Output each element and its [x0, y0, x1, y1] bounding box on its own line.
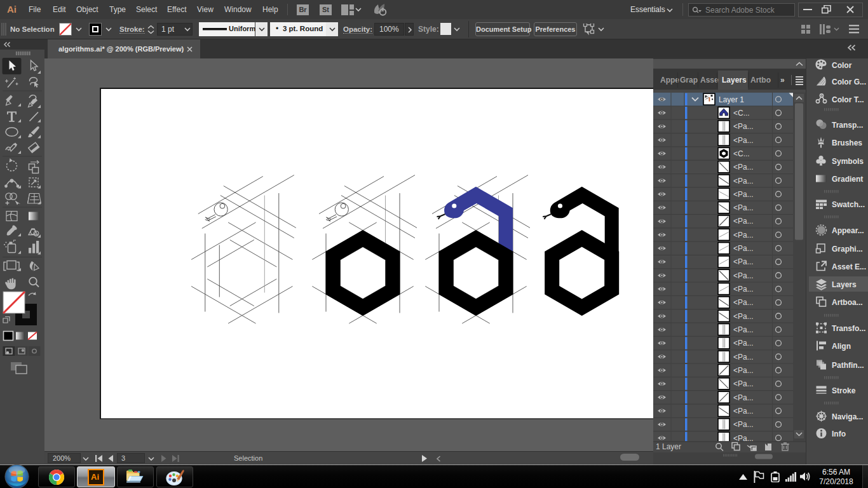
- svg-text:<Pa...: <Pa...: [733, 257, 754, 266]
- svg-text:<Pa...: <Pa...: [733, 217, 754, 226]
- svg-text:Gradient: Gradient: [832, 175, 863, 184]
- svg-text:<Pa...: <Pa...: [733, 325, 754, 334]
- svg-text:Artbo: Artbo: [750, 76, 771, 85]
- svg-text:Color T...: Color T...: [832, 95, 864, 104]
- svg-text:Appe: Appe: [660, 76, 679, 85]
- svg-text:<Pa...: <Pa...: [733, 177, 754, 186]
- svg-text:Appear...: Appear...: [832, 226, 864, 235]
- svg-text:Stroke: Stroke: [832, 386, 856, 395]
- svg-text:Transp...: Transp...: [832, 121, 863, 130]
- svg-text:<Pa...: <Pa...: [733, 271, 754, 280]
- svg-text:<Pa...: <Pa...: [733, 163, 754, 172]
- svg-text:Layers: Layers: [832, 280, 857, 289]
- svg-text:Asset E...: Asset E...: [832, 262, 866, 271]
- svg-text:<C...: <C...: [733, 109, 750, 118]
- svg-text:<Pa...: <Pa...: [733, 366, 754, 375]
- svg-text:Graphi...: Graphi...: [832, 245, 863, 254]
- svg-text:<Pa...: <Pa...: [733, 298, 754, 307]
- svg-text:Swatch...: Swatch...: [832, 200, 865, 209]
- svg-text:Layer 1: Layer 1: [719, 95, 744, 104]
- svg-text:»: »: [780, 76, 785, 85]
- svg-text:<Pa...: <Pa...: [733, 407, 754, 416]
- svg-text:Color: Color: [832, 61, 852, 70]
- svg-text:<Pa...: <Pa...: [733, 122, 754, 131]
- svg-text:<Pa...: <Pa...: [733, 379, 754, 388]
- svg-text:Artboa...: Artboa...: [832, 298, 863, 307]
- svg-text:<Pa...: <Pa...: [733, 244, 754, 253]
- svg-text:<Pa...: <Pa...: [733, 353, 754, 362]
- svg-text:Naviga...: Naviga...: [832, 412, 863, 421]
- svg-text:Brushes: Brushes: [832, 139, 862, 147]
- svg-text:<Pa...: <Pa...: [733, 190, 754, 199]
- svg-text:Layers: Layers: [722, 76, 747, 85]
- svg-text:Asse: Asse: [700, 76, 719, 85]
- svg-text:Color G...: Color G...: [832, 78, 866, 86]
- svg-text:<Pa...: <Pa...: [733, 312, 754, 321]
- svg-text:Transfo...: Transfo...: [832, 324, 865, 333]
- svg-text:Align: Align: [832, 342, 851, 351]
- svg-text:Grap: Grap: [680, 76, 698, 85]
- svg-text:<Pa...: <Pa...: [733, 420, 754, 429]
- svg-text:Info: Info: [832, 430, 846, 438]
- svg-text:1 Layer: 1 Layer: [656, 442, 681, 451]
- svg-text:<Pa...: <Pa...: [733, 285, 754, 294]
- svg-text:<Pa...: <Pa...: [733, 339, 754, 348]
- svg-text:<Pa...: <Pa...: [733, 393, 754, 402]
- svg-text:<C...: <C...: [733, 149, 750, 158]
- svg-text:<Pa...: <Pa...: [733, 203, 754, 212]
- svg-text:<Pa...: <Pa...: [733, 231, 754, 240]
- svg-text:<Pa...: <Pa...: [733, 136, 754, 145]
- svg-text:Pathfin...: Pathfin...: [832, 361, 864, 370]
- svg-text:Symbols: Symbols: [832, 157, 864, 166]
